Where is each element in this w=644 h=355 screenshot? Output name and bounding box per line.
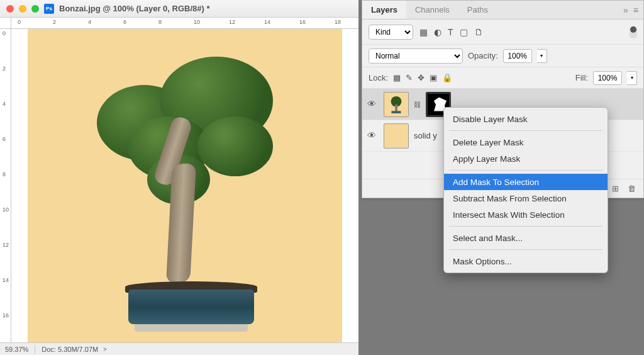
zoom-icon[interactable] <box>31 5 39 13</box>
close-icon[interactable] <box>6 5 14 13</box>
ctx-intersect-mask[interactable]: Intersect Mask With Selection <box>444 206 608 223</box>
filter-kind-select[interactable]: Kind <box>369 25 413 40</box>
svg-rect-1 <box>395 104 397 111</box>
fill-label: Fill: <box>575 73 588 82</box>
ruler-tick: 0 <box>18 19 21 25</box>
ruler-tick: 6 <box>123 19 126 25</box>
opacity-stepper[interactable]: ▾ <box>537 49 547 63</box>
ruler-tick: 4 <box>3 101 6 107</box>
lock-pixels-icon[interactable]: ✎ <box>406 73 413 82</box>
visibility-icon[interactable]: 👁 <box>367 99 379 110</box>
link-icon[interactable]: ⛓ <box>414 101 421 108</box>
ruler-tick: 18 <box>335 19 341 25</box>
ctx-separator <box>449 170 602 171</box>
statusbar: 59.37% Doc: 5.30M/7.07M > <box>0 342 358 355</box>
ctx-delete-mask[interactable]: Delete Layer Mask <box>444 134 608 150</box>
layer-thumbnail[interactable] <box>384 123 409 149</box>
ruler-tick: 14 <box>3 277 9 283</box>
opacity-label: Opacity: <box>468 51 498 60</box>
context-menu: Disable Layer Mask Delete Layer Mask App… <box>443 107 608 273</box>
zoom-readout[interactable]: 59.37% <box>5 346 28 353</box>
ruler-vertical[interactable]: 0 2 4 6 8 10 12 14 16 18 <box>0 29 11 342</box>
fill-input[interactable] <box>593 71 622 85</box>
filter-adjustment-icon[interactable]: ◐ <box>434 27 441 37</box>
visibility-icon[interactable]: 👁 <box>367 130 379 142</box>
ctx-separator <box>449 130 602 131</box>
ctx-add-mask-to-selection[interactable]: Add Mask To Selection <box>444 174 608 190</box>
ruler-tick: 4 <box>88 19 91 25</box>
tab-layers[interactable]: Layers <box>362 1 406 19</box>
ruler-tick: 10 <box>194 19 200 25</box>
tab-paths[interactable]: Paths <box>458 1 497 19</box>
layer-thumbnail[interactable] <box>384 92 409 117</box>
opacity-input[interactable] <box>503 49 532 63</box>
ruler-tick: 16 <box>3 312 9 318</box>
lock-position-icon[interactable]: ✥ <box>418 73 425 82</box>
ctx-subtract-mask[interactable]: Subtract Mask From Selection <box>444 190 608 206</box>
filter-shape-icon[interactable]: ▢ <box>460 27 468 37</box>
ruler-tick: 0 <box>3 30 6 37</box>
app-badge: Ps <box>44 4 54 14</box>
lock-artboard-icon[interactable]: ▣ <box>430 73 437 82</box>
lock-transparency-icon[interactable]: ▩ <box>393 73 401 82</box>
document-window: Ps Bonzai.jpg @ 100% (Layer 0, RGB/8#) *… <box>0 0 358 355</box>
lock-all-icon[interactable]: 🔒 <box>442 73 452 82</box>
minimize-icon[interactable] <box>19 5 26 13</box>
new-layer-icon[interactable]: ⊞ <box>612 184 619 193</box>
layer-name[interactable]: solid y <box>414 131 437 140</box>
artwork <box>28 29 342 342</box>
filter-type-icon[interactable]: T <box>448 27 453 37</box>
document-title: Bonzai.jpg @ 100% (Layer 0, RGB/8#) * <box>59 4 210 13</box>
ruler-tick: 16 <box>299 19 306 25</box>
ctx-apply-mask[interactable]: Apply Layer Mask <box>444 150 608 167</box>
ruler-tick: 12 <box>3 242 9 248</box>
ctx-separator <box>449 249 602 250</box>
ruler-tick: 6 <box>3 136 6 142</box>
ruler-tick: 8 <box>3 171 6 178</box>
ruler-tick: 10 <box>3 206 9 213</box>
panel-tabs: Layers Channels Paths » ≡ <box>362 1 643 20</box>
blend-mode-select[interactable]: Normal <box>369 48 463 64</box>
titlebar: Ps Bonzai.jpg @ 100% (Layer 0, RGB/8#) * <box>0 0 358 18</box>
ruler-horizontal[interactable]: 0 2 4 6 8 10 12 14 16 18 <box>0 18 358 29</box>
tab-channels[interactable]: Channels <box>406 1 458 19</box>
filter-smart-icon[interactable]: 🗋 <box>474 27 483 37</box>
svg-rect-2 <box>392 111 401 113</box>
delete-layer-icon[interactable]: 🗑 <box>628 184 636 193</box>
filter-toggle[interactable] <box>630 26 637 38</box>
fill-stepper[interactable]: ▾ <box>627 71 637 85</box>
expand-icon[interactable]: » <box>623 5 628 15</box>
ruler-tick: 12 <box>229 19 235 25</box>
status-menu-arrow-icon[interactable]: > <box>103 346 106 352</box>
ruler-tick: 2 <box>53 19 56 25</box>
ruler-tick: 8 <box>158 19 162 25</box>
canvas[interactable] <box>11 29 358 342</box>
ruler-tick: 2 <box>3 65 6 72</box>
doc-size-readout[interactable]: Doc: 5.30M/7.07M <box>42 346 98 353</box>
filter-pixel-icon[interactable]: ▦ <box>419 27 428 37</box>
ctx-mask-options[interactable]: Mask Options... <box>444 253 608 269</box>
panel-menu-icon[interactable]: ≡ <box>633 5 638 15</box>
ruler-tick: 14 <box>264 19 270 25</box>
filter-icons: ▦ ◐ T ▢ 🗋 <box>419 27 483 37</box>
ctx-separator <box>449 226 602 227</box>
lock-label: Lock: <box>369 73 388 82</box>
ctx-disable-mask[interactable]: Disable Layer Mask <box>444 111 608 127</box>
ctx-select-and-mask[interactable]: Select and Mask... <box>444 230 608 246</box>
